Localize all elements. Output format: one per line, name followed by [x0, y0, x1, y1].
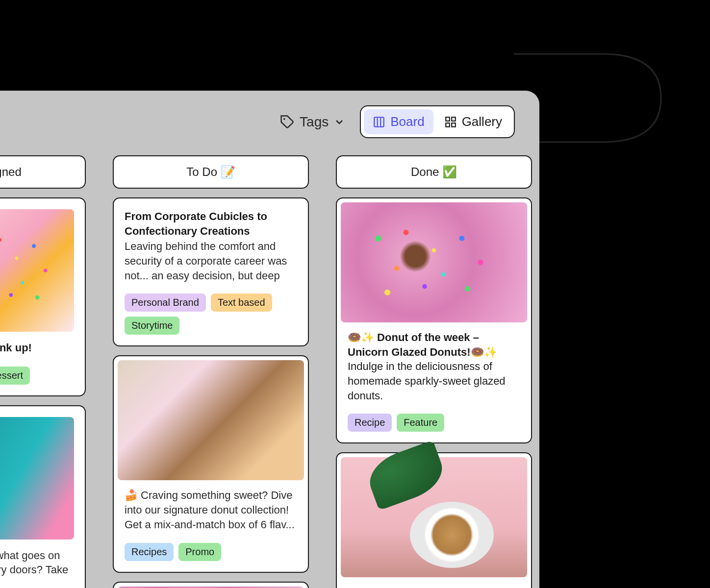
tags-row: Feature dessert [0, 367, 74, 385]
view-gallery-button[interactable]: Gallery [435, 109, 511, 134]
card-image [0, 417, 74, 539]
kanban-columns: Unassigned ats - Drink up! Feature desse… [0, 155, 520, 588]
gallery-icon [444, 116, 457, 128]
view-board-button[interactable]: Board [364, 109, 433, 134]
view-gallery-label: Gallery [462, 114, 502, 129]
card-title-inline: 🍩✨ Donut of the week – Unicorn Glazed Do… [348, 331, 497, 358]
tag[interactable]: Promo [178, 543, 221, 561]
svg-rect-7 [452, 123, 456, 127]
tag[interactable]: Recipes [125, 543, 174, 561]
card-body: 🍰 Craving something sweet? Dive into our… [125, 488, 297, 532]
column-todo: To Do 📝 From Corporate Cubicles to Confe… [113, 155, 309, 588]
svg-rect-5 [452, 117, 456, 121]
tag[interactable]: Feature dessert [0, 367, 30, 385]
card[interactable]: ats - Drink up! Feature dessert [0, 197, 86, 396]
view-switcher: Board Gallery [360, 105, 515, 138]
chevron-down-icon [333, 116, 345, 128]
view-board-label: Board [390, 114, 424, 129]
card-title: From Corporate Cubicles to Confectionary… [125, 209, 297, 238]
card[interactable]: We're not just baked sweet treats! did y… [336, 452, 532, 588]
tags-filter[interactable]: Tags [280, 114, 345, 130]
column-header[interactable]: To Do 📝 [113, 155, 309, 189]
card[interactable] [113, 582, 309, 588]
svg-rect-4 [446, 117, 450, 121]
tags-row: Recipes Promo [125, 543, 297, 561]
column-header[interactable]: Unassigned [0, 155, 86, 189]
top-bar: Tags Board Gallery [0, 105, 520, 138]
tag[interactable]: Text based [211, 294, 272, 312]
card-body: We're not just baked sweet treats! did y… [348, 585, 520, 588]
tag-icon [280, 115, 295, 129]
card[interactable]: 🍩✨ Donut of the week – Unicorn Glazed Do… [336, 197, 532, 443]
svg-rect-1 [375, 117, 384, 127]
svg-rect-6 [446, 123, 450, 127]
card[interactable]: From Corporate Cubicles to Confectionary… [113, 197, 309, 346]
tags-row: Recipe Feature [348, 414, 520, 432]
tag[interactable]: Personal Brand [125, 294, 206, 312]
card-image [118, 360, 304, 480]
card-image [0, 209, 74, 332]
card[interactable]: ndered what goes on ed bakery doors? Tak… [0, 405, 86, 588]
card-image [118, 587, 304, 588]
column-done: Done ✅ 🍩✨ Donut of the week – Unicorn Gl… [336, 155, 532, 588]
card-body: ndered what goes on ed bakery doors? Tak… [0, 548, 74, 588]
card-image [341, 457, 527, 577]
tags-row: Personal Brand Text based Storytime [125, 294, 297, 335]
board-icon [373, 116, 385, 128]
tag[interactable]: Recipe [348, 414, 392, 432]
column-unassigned: Unassigned ats - Drink up! Feature desse… [0, 155, 86, 588]
app-window: Tags Board Gallery Unassigned ats - Drin… [0, 91, 539, 588]
card-text: 🍩✨ Donut of the week – Unicorn Glazed Do… [348, 330, 520, 403]
card-body-inline: Indulge in the deliciousness of homemade… [348, 360, 506, 401]
column-header[interactable]: Done ✅ [336, 155, 532, 189]
tag[interactable]: Feature [397, 414, 444, 432]
card[interactable]: 🍰 Craving something sweet? Dive into our… [113, 355, 309, 572]
card-body: Leaving behind the comfort and security … [125, 239, 297, 283]
tags-label: Tags [300, 114, 329, 130]
svg-point-0 [283, 118, 285, 120]
card-image [341, 202, 527, 322]
tag[interactable]: Storytime [125, 317, 179, 335]
card-title: ats - Drink up! [0, 341, 74, 356]
